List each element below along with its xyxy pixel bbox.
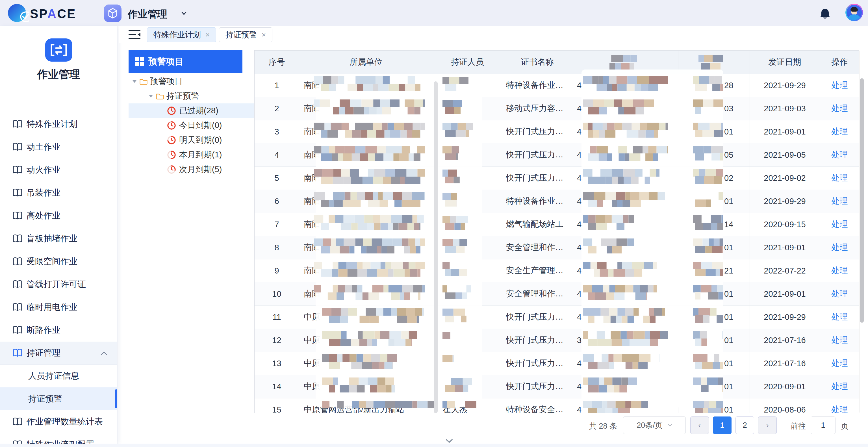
cell-expiry-text: 01 [724,382,733,391]
brand-wordmark: SPACE [30,7,76,21]
notification-bell-icon[interactable] [819,8,831,20]
cell-issue-date: 2020-09-15 [750,213,820,236]
cell-expiry-text: 01 [724,197,733,206]
cell-no: 6 [255,190,299,213]
cell-person [433,329,502,352]
cell-action-text[interactable]: 处理 [832,265,848,276]
column-header-redacted-5 [678,51,750,74]
cell-cert-text: 快开门式压力… [506,358,563,369]
cell-action-text[interactable]: 处理 [832,172,848,184]
cell-action-text[interactable]: 处理 [832,126,848,137]
folder-icon [156,93,164,99]
avatar-image [846,5,862,20]
sidebar-item-7[interactable]: 受限空间作业 [0,250,117,273]
sidebar-item-11[interactable]: 持证管理 [0,342,117,365]
cell-action-text[interactable]: 处理 [832,288,848,299]
sidebar-item-5[interactable]: 高处作业 [0,204,117,227]
prev-page-button[interactable]: ‹ [690,416,709,434]
table-scrollbar-thumb[interactable] [860,78,864,323]
cell-cert-text: 特种设备安全… [506,404,563,413]
tab-持证预警[interactable]: 持证预警× [219,27,272,42]
caret-down-icon [149,95,153,97]
cell-no: 11 [255,306,299,329]
goto-page-input[interactable]: 1 [811,416,836,434]
cell-cert-code-text: 4 [577,173,582,183]
column-header-发证日期: 发证日期 [750,51,820,74]
page-button-1[interactable]: 1 [713,416,732,434]
column-header-所属单位: 所属单位 [299,51,433,74]
cell-person [433,143,502,166]
cell-expiry: 14 [678,213,750,236]
page-button-2[interactable]: 2 [736,416,754,434]
page-size-select[interactable]: 20条/页 [623,416,686,434]
cell-cert: 安全生产管理… [502,259,573,282]
cell-person [433,74,502,97]
cell-unit: 中原管网运营部/新出力输站 [299,398,433,413]
cell-unit: 南阳 [299,236,433,259]
cell-action-text[interactable]: 处理 [832,80,848,91]
sidebar-item-12[interactable]: 作业管理数量统计表 [0,410,117,433]
cell-cert-code: 4 [573,213,678,236]
tree-folder-持证预警[interactable]: 持证预警 [129,89,263,103]
sidebar-item-2[interactable]: 动土作业 [0,136,117,159]
sidebar-item-8[interactable]: 管线打开许可证 [0,273,117,296]
cell-issue-date: 2021-09-29 [750,306,820,329]
cell-no: 13 [255,352,299,375]
cell-cert-text: 安全生产管理… [506,265,563,276]
sidebar-item-4[interactable]: 吊装作业 [0,182,117,204]
tree-panel-header: 预警项目 [129,50,242,73]
next-page-button[interactable]: › [758,416,777,434]
cell-action-text[interactable]: 处理 [832,195,848,207]
sidebar-item-10[interactable]: 断路作业 [0,319,117,342]
cell-action-text[interactable]: 处理 [832,242,848,253]
cell-no: 4 [255,143,299,166]
sidebar-item-9[interactable]: 临时用电作业 [0,296,117,319]
cell-no-text: 13 [272,359,281,368]
cell-action-text[interactable]: 处理 [832,334,848,346]
cell-action-text[interactable]: 处理 [832,404,848,413]
column-header-持证人员: 持证人员 [433,51,502,74]
sidebar-item-3[interactable]: 动火作业 [0,159,117,182]
tab-特殊作业计划[interactable]: 特殊作业计划× [147,27,216,42]
cell-issue-date: 2021-09-01 [750,120,820,143]
menu-fold-icon[interactable] [129,30,141,39]
chevron-down-icon[interactable] [181,10,187,17]
folder-icon [139,78,148,85]
cell-cert-code: 4 [573,120,678,143]
close-icon[interactable]: × [261,31,266,38]
cell-expiry-text: 14 [724,220,733,229]
clock-icon [167,150,176,160]
cell-unit: 南阳 [299,97,433,120]
cell-unit-text: 中原管网运营部/新出力输站 [304,404,404,413]
cell-action-text[interactable]: 处理 [832,311,848,323]
tree-folder-预警项目[interactable]: 预警项目 [129,74,246,89]
sidebar-subitem-持证预警[interactable]: 持证预警 [0,387,117,410]
cell-action-text[interactable]: 处理 [832,103,848,114]
tree-folder-label: 持证预警 [166,90,199,102]
sidebar-item-6[interactable]: 盲板抽堵作业 [0,227,117,250]
close-icon[interactable]: × [206,31,210,38]
cell-unit: 南阳 [299,190,433,213]
cell-expiry-text: 21 [724,266,733,276]
cell-cert-code: 4 [573,143,678,166]
cell-person [433,166,502,190]
cell-action-text[interactable]: 处理 [832,149,848,160]
warning-tree-panel: 预警项目 预警项目持证预警已过期(28)今日到期(0)明天到期(0)本月到期(1… [129,50,242,231]
cell-action: 处理 [820,306,859,329]
collapse-handle-icon[interactable] [445,439,453,444]
cell-cert-code: 4 [573,166,678,190]
app-title[interactable]: 作业管理 [128,8,167,21]
cell-action-text[interactable]: 处理 [832,381,848,392]
book-icon [12,326,23,335]
table-row: 6南阳特种设备作业…4012021-09-29处理 [255,190,859,213]
sidebar-subitem-人员持证信息[interactable]: 人员持证信息 [0,364,117,387]
cell-issue-date-text: 2020-09-15 [764,220,806,229]
cell-issue-date-text: 2021-07-16 [764,336,806,345]
sidebar-item-1[interactable]: 特殊作业计划 [0,113,117,136]
cell-unit: 南阳 [299,74,433,97]
cell-action-text[interactable]: 处理 [832,358,848,369]
cell-action-text[interactable]: 处理 [832,219,848,230]
table-row: 13中原快开门式压力…4012021-07-16处理 [255,352,859,375]
sidebar-subitem-label: 持证预警 [28,393,62,405]
cell-expiry: 01 [678,120,750,143]
